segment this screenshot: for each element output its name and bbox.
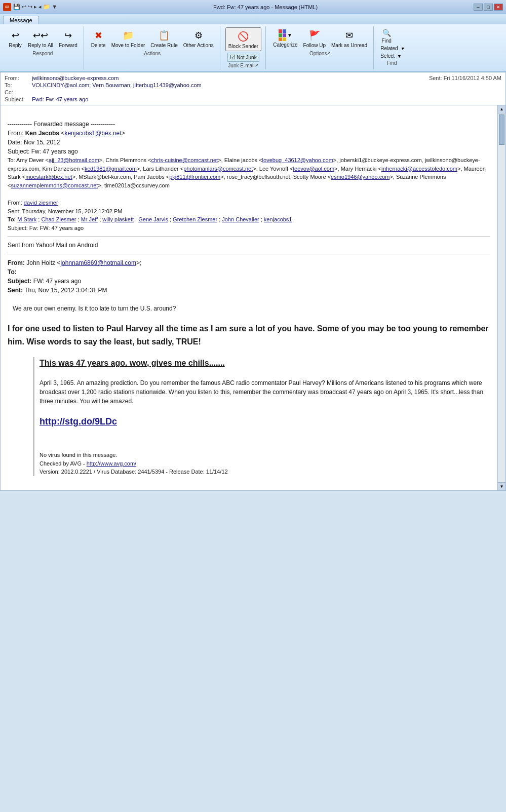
other-actions-button[interactable]: ⚙ Other Actions [181,27,216,50]
reply-label: Reply [9,43,22,49]
virus-line3: Version: 2012.0.2221 / Virus Database: 2… [40,468,490,476]
ribbon-options: ▼ Categorize 🚩 Follow Up ✉ Mark as Unrea… [267,26,374,69]
cc-label: Cc: [5,89,30,95]
close-button[interactable]: ✕ [494,4,503,11]
select-button[interactable]: Select [379,53,396,59]
cat-squares [279,29,286,41]
cat-sq-yellow [283,37,286,41]
select-dropdown-icon[interactable]: ▼ [397,54,402,59]
move-label: Move to Folder [111,43,145,49]
junk-section-label: Junk E-mail [228,63,254,68]
yahoo-sent: Sent from Yahoo! Mail on Android [8,241,490,250]
from-value: jwilkinsono@buckeye-express.com [32,75,119,81]
from3-email-link[interactable]: johnnam6869@hotmail.com [60,259,136,266]
from1-name: Ken Jacobs [25,130,59,137]
from1-email-link[interactable]: kenjacobs1@bex.net [64,130,121,137]
window-controls: – □ ✕ [474,4,503,11]
body-main: I for one used to listen to Paul Harvey … [8,322,490,348]
subject1-value: Fw: 47 years ago [31,148,78,155]
options-expand-icon[interactable]: ↗ [327,51,331,56]
to2-values: M Stark ; Chad Ziesmer ; Mr Jeff ; willy… [17,216,292,222]
scroll-up-button[interactable]: ▲ [498,105,505,113]
delete-label: Delete [91,43,106,49]
sent-label: Sent: [429,75,442,81]
sent3-label: Sent: [8,287,23,294]
virus-line1: No virus found in this message. [40,451,490,459]
options-section-label: Options [309,51,327,56]
from2-link[interactable]: david ziesmer [24,200,58,206]
chills-heading: This was 47 years ago. wow, gives me chi… [40,357,490,369]
forward-button[interactable]: ↪ Forward [57,27,80,50]
scroll-down-button[interactable]: ▼ [498,482,505,490]
minimize-button[interactable]: – [474,4,483,11]
to2-line: To: M Stark ; Chad Ziesmer ; Mr Jeff ; w… [8,215,490,224]
find-column: 🔍 Find Related ▼ Select [379,27,405,59]
reply-all-button[interactable]: ↩↩ Reply to All [26,27,55,50]
mark-unread-button[interactable]: ✉ Mark as Unread [329,27,369,50]
scrollbar: ▲ ▼ [497,105,505,490]
email-body: ------------ Forwarded message ---------… [1,105,497,490]
paul-harvey-link[interactable]: http://stg.do/9LDc [40,416,117,427]
move-to-folder-button[interactable]: 📁 Move to Folder [109,27,147,50]
subject2-line: Subject: Fw: FW: 47 years ago [8,224,490,233]
other-actions-icon: ⚙ [191,28,206,43]
maximize-button[interactable]: □ [484,4,493,11]
from-row: From: jwilkinsono@buckeye-express.com Se… [5,74,501,82]
delete-button[interactable]: ✖ Delete [89,27,108,50]
virus-note: No virus found in this message. Checked … [40,451,490,476]
forward-icon: ↪ [61,28,75,43]
date1-value: Nov 15, 2012 [24,139,60,146]
related-row: Related ▼ [379,45,405,52]
mark-unread-icon: ✉ [342,28,357,43]
find-icon: 🔍 [381,28,392,38]
junk-buttons: 🚫 Block Sender ☑ Not Junk [225,27,261,62]
subject3-value: FW: 47 years ago [33,278,82,285]
avg-link[interactable]: http://www.avg.com/ [87,460,136,467]
categorize-label: Categorize [273,42,297,48]
sent3-line: Sent: Thu, Nov 15, 2012 3:04:31 PM [8,286,490,295]
indented-content: This was 47 years ago. wow, gives me chi… [33,357,490,476]
to3-line: To: [8,267,490,277]
reply-button[interactable]: ↩ Reply [6,27,24,50]
delete-icon: ✖ [91,28,105,43]
sent2-line: Sent: Thursday, November 15, 2012 12:02 … [8,207,490,216]
sent-value: Fri 11/16/2012 4:50 AM [444,75,501,81]
actions-buttons: ✖ Delete 📁 Move to Folder 📋 Create Rule … [89,27,216,50]
related-dropdown-icon[interactable]: ▼ [401,46,405,51]
junk-group: 🚫 Block Sender ☑ Not Junk [225,27,261,62]
from2-label: From: [8,200,22,206]
create-rule-button[interactable]: 📋 Create Rule [148,27,179,50]
forwarded-header-text: ------------ Forwarded message ---------… [8,120,490,129]
create-rule-icon: 📋 [157,28,171,43]
related-button[interactable]: Related [379,45,399,52]
email-body-container: ------------ Forwarded message ---------… [0,105,506,491]
not-junk-icon: ☑ [230,54,236,61]
find-button[interactable]: 🔍 Find [379,27,394,44]
cat-sq-orange [279,37,282,41]
body-intro: We are our own enemy. Is it too late to … [13,304,490,313]
actions-section-label: Actions [144,51,161,56]
from1-line: From: Ken Jacobs <kenjacobs1@bex.net> [8,129,490,138]
junk-expand-icon[interactable]: ↗ [255,63,259,68]
junk-section-footer: Junk E-mail ↗ [228,62,258,68]
options-buttons: ▼ Categorize 🚩 Follow Up ✉ Mark as Unrea… [271,27,369,50]
tab-message[interactable]: Message [3,16,39,24]
categorize-button[interactable]: ▼ Categorize [271,27,299,49]
forward-label: Forward [59,43,77,49]
title-bar-left: ✉ 💾 ↩ ↪ ▸ ◂ 📁 ▼ [3,3,57,11]
virus-line2: Checked by AVG - http://www.avg.com/ [40,459,490,468]
to-row: To: VOLKCINDY@aol.com; Vern Bouwman; jit… [5,82,501,89]
ribbon-actions: ✖ Delete 📁 Move to Folder 📋 Create Rule … [85,26,220,69]
cc-row: Cc: [5,89,501,96]
scroll-thumb[interactable] [499,114,504,145]
to-value: VOLKCINDY@aol.com; Vern Bouwman; jitterb… [32,82,202,88]
not-junk-button[interactable]: ☑ Not Junk [227,53,259,62]
window-title: Fwd: Fw: 47 years ago - Message (HTML) [57,4,474,10]
block-sender-button[interactable]: 🚫 Block Sender [225,27,261,51]
follow-up-button[interactable]: 🚩 Follow Up [301,27,328,50]
follow-up-icon: 🚩 [307,28,322,43]
find-section-label: Find [387,60,397,66]
reply-all-label: Reply to All [28,43,53,49]
subject-row: Subject: Fwd: Fw: 47 years ago [5,96,501,103]
to-long-line: To: Amy Dever <ajj_23@hotmail.com>, Chri… [8,156,490,189]
